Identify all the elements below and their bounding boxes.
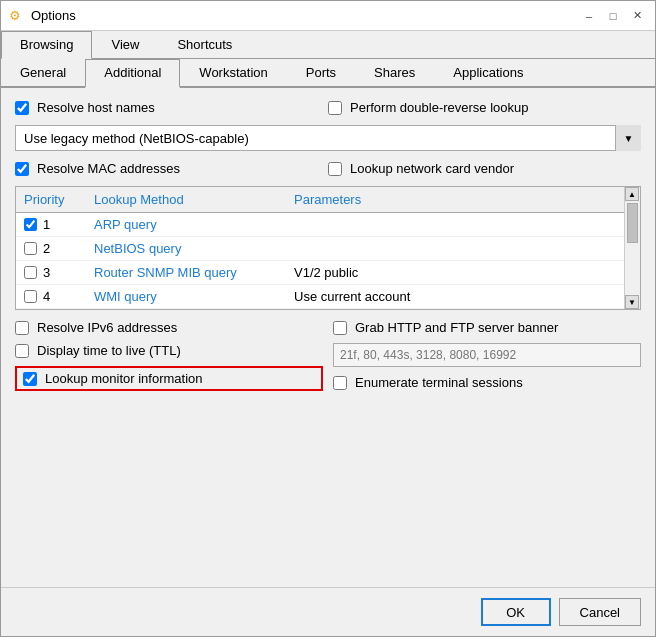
td-params-1 [286,223,624,227]
double-reverse-label[interactable]: Perform double-reverse lookup [328,100,641,115]
tab-shortcuts[interactable]: Shortcuts [158,31,251,58]
resolve-mac-checkbox[interactable] [15,162,29,176]
network-vendor-text: Lookup network card vendor [350,161,514,176]
grab-http-checkbox[interactable] [333,321,347,335]
col-double-reverse: Perform double-reverse lookup [328,100,641,115]
legacy-method-select[interactable]: Use legacy method (NetBIOS-capable) [15,125,641,151]
lookup-table-inner: Priority Lookup Method Parameters 1 ARP … [16,187,624,309]
footer: OK Cancel [1,587,655,636]
ok-button[interactable]: OK [481,598,551,626]
td-method-3: Router SNMP MIB query [86,263,286,282]
th-priority: Priority [16,190,86,209]
display-ttl-text: Display time to live (TTL) [37,343,181,358]
window-title: Options [31,8,76,23]
lookup-monitor-checkbox[interactable] [23,372,37,386]
table-header: Priority Lookup Method Parameters [16,187,624,213]
td-method-4: WMI query [86,287,286,306]
port-input[interactable] [333,343,641,367]
td-params-3: V1/2 public [286,263,624,282]
tab-workstation[interactable]: Workstation [180,59,286,86]
resolve-host-text: Resolve host names [37,100,155,115]
col-network-vendor: Lookup network card vendor [328,161,641,176]
app-icon: ⚙ [9,8,25,24]
minimize-button[interactable]: – [579,6,599,26]
lookup-monitor-highlight: Lookup monitor information [15,366,323,391]
table-row: 1 ARP query [16,213,624,237]
td-method-2: NetBIOS query [86,239,286,258]
th-params: Parameters [286,190,624,209]
lookup-monitor-text: Lookup monitor information [45,371,203,386]
display-ttl-label[interactable]: Display time to live (TTL) [15,343,323,358]
bottom-tab-row: General Additional Workstation Ports Sha… [1,59,655,88]
resolve-ipv6-checkbox[interactable] [15,321,29,335]
tab-view[interactable]: View [92,31,158,58]
td-params-2 [286,247,624,251]
title-bar-left: ⚙ Options [9,8,76,24]
tab-browsing[interactable]: Browsing [1,31,92,59]
th-method: Lookup Method [86,190,286,209]
resolve-ipv6-label[interactable]: Resolve IPv6 addresses [15,320,323,335]
scrollbar-track[interactable]: ▲ ▼ [624,187,640,309]
enumerate-terminal-label[interactable]: Enumerate terminal sessions [333,375,641,390]
close-button[interactable]: ✕ [627,6,647,26]
resolve-mac-label[interactable]: Resolve MAC addresses [15,161,328,176]
row2-checkbox[interactable] [24,242,37,255]
options-window: ⚙ Options – □ ✕ Browsing View Shortcuts … [0,0,656,637]
resolve-ipv6-text: Resolve IPv6 addresses [37,320,177,335]
row2-priority: 2 [43,241,50,256]
row1-checkbox[interactable] [24,218,37,231]
tab-ports[interactable]: Ports [287,59,355,86]
network-vendor-label[interactable]: Lookup network card vendor [328,161,641,176]
network-vendor-checkbox[interactable] [328,162,342,176]
title-controls: – □ ✕ [579,6,647,26]
double-reverse-text: Perform double-reverse lookup [350,100,528,115]
title-bar: ⚙ Options – □ ✕ [1,1,655,31]
scrollbar-up-btn[interactable]: ▲ [625,187,639,201]
tab-shares[interactable]: Shares [355,59,434,86]
col-resolve-host: Resolve host names [15,100,328,115]
tab-additional[interactable]: Additional [85,59,180,88]
row4-checkbox[interactable] [24,290,37,303]
row-mac-vendor: Resolve MAC addresses Lookup network car… [15,161,641,176]
col-resolve-mac: Resolve MAC addresses [15,161,328,176]
td-method-1: ARP query [86,215,286,234]
bottom-options: Resolve IPv6 addresses Display time to l… [15,320,641,391]
resolve-host-checkbox[interactable] [15,101,29,115]
lookup-monitor-label[interactable]: Lookup monitor information [23,371,203,386]
content-area: Resolve host names Perform double-revers… [1,88,655,587]
row4-priority: 4 [43,289,50,304]
scrollbar-down-btn[interactable]: ▼ [625,295,639,309]
table-row: 2 NetBIOS query [16,237,624,261]
td-priority-3: 3 [16,263,86,282]
row3-checkbox[interactable] [24,266,37,279]
scrollbar-thumb[interactable] [627,203,638,243]
grab-http-text: Grab HTTP and FTP server banner [355,320,558,335]
table-row: 4 WMI query Use current account [16,285,624,309]
top-tab-row: Browsing View Shortcuts [1,31,655,59]
options-left: Resolve IPv6 addresses Display time to l… [15,320,323,391]
display-ttl-checkbox[interactable] [15,344,29,358]
lookup-table-wrapper: Priority Lookup Method Parameters 1 ARP … [15,186,641,310]
legacy-method-dropdown-wrapper: Use legacy method (NetBIOS-capable) ▼ [15,125,641,151]
grab-http-label[interactable]: Grab HTTP and FTP server banner [333,320,641,335]
row1-priority: 1 [43,217,50,232]
cancel-button[interactable]: Cancel [559,598,641,626]
enumerate-terminal-checkbox[interactable] [333,376,347,390]
resolve-host-label[interactable]: Resolve host names [15,100,328,115]
tab-general[interactable]: General [1,59,85,86]
row-host-lookup: Resolve host names Perform double-revers… [15,100,641,115]
td-priority-4: 4 [16,287,86,306]
options-right: Grab HTTP and FTP server banner Enumerat… [333,320,641,391]
maximize-button[interactable]: □ [603,6,623,26]
tab-applications[interactable]: Applications [434,59,542,86]
resolve-mac-text: Resolve MAC addresses [37,161,180,176]
td-params-4: Use current account [286,287,624,306]
td-priority-2: 2 [16,239,86,258]
double-reverse-checkbox[interactable] [328,101,342,115]
enumerate-terminal-text: Enumerate terminal sessions [355,375,523,390]
row3-priority: 3 [43,265,50,280]
td-priority-1: 1 [16,215,86,234]
table-row: 3 Router SNMP MIB query V1/2 public [16,261,624,285]
